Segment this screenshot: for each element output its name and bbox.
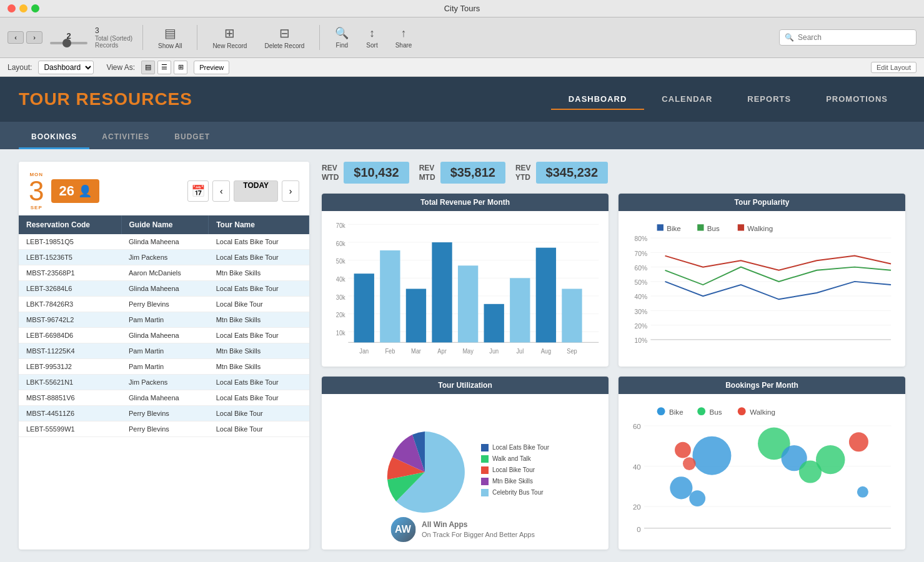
table-row[interactable]: LEBT-32684L6 Glinda Maheena Local Eats B…	[19, 281, 309, 297]
svg-text:40: 40	[633, 463, 641, 471]
svg-point-70	[689, 490, 705, 506]
cell-guide: Perry Blevins	[121, 406, 209, 422]
view-icon-list[interactable]: ☰	[157, 61, 171, 74]
date-badge: MON 3 SEP	[29, 172, 44, 210]
legend-label: Mtn Bike Skills	[492, 478, 533, 485]
rev-wtd-card: REVWTD $10,432	[322, 162, 409, 184]
rev-ytd-value: $345,232	[536, 162, 608, 184]
slider-track[interactable]	[50, 42, 87, 44]
delete-record-label: Delete Record	[264, 42, 304, 49]
table-row[interactable]: LBKT-55621N1 Jim Packens Local Eats Bike…	[19, 375, 309, 390]
svg-text:Jun: Jun	[489, 347, 499, 355]
svg-text:Aug: Aug	[541, 347, 552, 355]
cell-tour: Mtn Bike Skills	[209, 343, 309, 359]
popularity-chart-svg: Bike Bus Walking 80% 70% 60% 50% 40% 30%	[625, 217, 899, 360]
maximize-button[interactable]	[31, 4, 39, 12]
svg-text:80%: 80%	[635, 235, 648, 242]
svg-point-57	[697, 407, 705, 415]
view-icon-form[interactable]: ▤	[141, 61, 155, 74]
svg-text:70%: 70%	[635, 250, 648, 257]
table-row[interactable]: LEBT-19851Q5 Glinda Maheena Local Eats B…	[19, 234, 309, 250]
legend-local-bike: Local Bike Tour	[481, 466, 549, 474]
layout-select[interactable]: Dashboard	[38, 61, 94, 74]
sub-tab-activities[interactable]: ACTIVITIES	[89, 126, 162, 149]
col-header-code: Reservation Code	[19, 215, 121, 234]
sort-icon: ↕	[369, 27, 375, 40]
cell-guide: Glinda Maheena	[121, 328, 209, 343]
table-row[interactable]: LEBT-99531J2 Pam Martin Mtn Bike Skills	[19, 359, 309, 375]
search-input[interactable]	[798, 33, 911, 42]
table-row[interactable]: MBST-23568P1 Aaron McDaniels Mtn Bike Sk…	[19, 265, 309, 281]
content-area: MON 3 SEP 26 👤 📅 ‹ TODAY ›	[0, 149, 924, 562]
svg-rect-23	[562, 289, 582, 343]
new-record-button[interactable]: ⊞ New Record	[207, 23, 252, 52]
tab-promotions[interactable]: PROMOTIONS	[808, 89, 905, 110]
table-row[interactable]: LEBT-15236T5 Jim Packens Local Eats Bike…	[19, 250, 309, 265]
table-row[interactable]: LEBT-66984D6 Glinda Maheena Local Eats B…	[19, 328, 309, 343]
main-area: TOUR RESOURCES DASHBOARD CALENDAR REPORT…	[0, 77, 924, 562]
today-button[interactable]: TODAY	[234, 180, 278, 202]
legend-mtn-bike: Mtn Bike Skills	[481, 478, 549, 485]
cell-code: LEBT-15236T5	[19, 250, 121, 265]
table-row[interactable]: MBST-88851V6 Glinda Maheena Local Eats B…	[19, 390, 309, 406]
svg-text:Mar: Mar	[411, 347, 421, 355]
rev-ytd-label: REVYTD	[515, 164, 531, 182]
view-icon-table[interactable]: ⊞	[174, 61, 187, 74]
bookings-chart-body: Bike Bus Walking 60 40 20 0	[618, 394, 905, 550]
share-button[interactable]: ↑ Share	[390, 24, 417, 51]
sub-nav: BOOKINGS ACTIVITIES BUDGET	[0, 122, 924, 149]
sub-tab-budget[interactable]: BUDGET	[162, 126, 222, 149]
find-button[interactable]: 🔍 Find	[330, 24, 354, 51]
cell-code: LEBT-19851Q5	[19, 234, 121, 250]
cell-code: MBST-88851V6	[19, 390, 121, 406]
calendar-icon[interactable]: 📅	[187, 180, 209, 202]
main-nav-tabs: DASHBOARD CALENDAR REPORTS PROMOTIONS	[551, 89, 905, 110]
bookings-chart-card: Bookings Per Month Bike Bus Walking 60	[618, 377, 905, 550]
preview-button[interactable]: Preview	[194, 61, 229, 74]
table-row[interactable]: LBKT-78426R3 Perry Blevins Local Bike To…	[19, 297, 309, 312]
tab-reports[interactable]: REPORTS	[730, 89, 808, 110]
svg-text:40k: 40k	[336, 275, 346, 283]
sort-button[interactable]: ↕ Sort	[361, 24, 382, 51]
svg-text:0: 0	[637, 525, 640, 533]
bookings-table-container[interactable]: Reservation Code Guide Name Tour Name LE…	[19, 215, 309, 550]
svg-text:Jul: Jul	[516, 347, 524, 355]
svg-text:10%: 10%	[635, 337, 648, 344]
svg-rect-15	[354, 274, 374, 342]
cell-code: LEBT-66984D6	[19, 328, 121, 343]
svg-rect-20	[484, 304, 504, 343]
svg-rect-19	[458, 265, 478, 342]
table-row[interactable]: LEBT-55599W1 Perry Blevins Local Bike To…	[19, 422, 309, 437]
watermark-initials: AW	[395, 524, 411, 535]
search-bar[interactable]: 🔍	[779, 29, 917, 46]
cell-code: LEBT-55599W1	[19, 422, 121, 437]
show-all-button[interactable]: ▤ Show All	[153, 23, 187, 52]
prev-record-button[interactable]: ‹	[7, 31, 24, 44]
svg-text:Walking: Walking	[747, 224, 773, 232]
svg-text:30%: 30%	[635, 308, 648, 315]
prev-date-button[interactable]: ‹	[212, 180, 230, 202]
edit-layout-button[interactable]: Edit Layout	[871, 62, 917, 73]
next-record-button[interactable]: ›	[26, 31, 42, 44]
minimize-button[interactable]	[19, 4, 27, 12]
table-row[interactable]: MBST-11225K4 Pam Martin Mtn Bike Skills	[19, 343, 309, 359]
cell-tour: Mtn Bike Skills	[209, 359, 309, 375]
delete-record-button[interactable]: ⊟ Delete Record	[259, 23, 309, 52]
next-date-button[interactable]: ›	[282, 180, 299, 202]
watermark-text: All Win Apps On Track For Bigger And Bet…	[422, 520, 535, 539]
cell-tour: Local Bike Tour	[209, 406, 309, 422]
cell-tour: Local Eats Bike Tour	[209, 390, 309, 406]
table-row[interactable]: MBST-44511Z6 Perry Blevins Local Bike To…	[19, 406, 309, 422]
tab-dashboard[interactable]: DASHBOARD	[551, 89, 645, 110]
cell-tour: Local Eats Bike Tour	[209, 250, 309, 265]
sub-tab-bookings[interactable]: BOOKINGS	[19, 126, 89, 149]
cell-guide: Glinda Maheena	[121, 234, 209, 250]
watermark-badge: AW	[389, 516, 417, 543]
svg-text:Walking: Walking	[750, 408, 775, 416]
table-row[interactable]: MBST-96742L2 Pam Martin Mtn Bike Skills	[19, 312, 309, 328]
tab-calendar[interactable]: CALENDAR	[644, 89, 730, 110]
record-slider[interactable]: 2	[50, 31, 87, 44]
find-icon: 🔍	[335, 26, 349, 40]
close-button[interactable]	[7, 4, 16, 12]
svg-point-72	[683, 457, 696, 470]
